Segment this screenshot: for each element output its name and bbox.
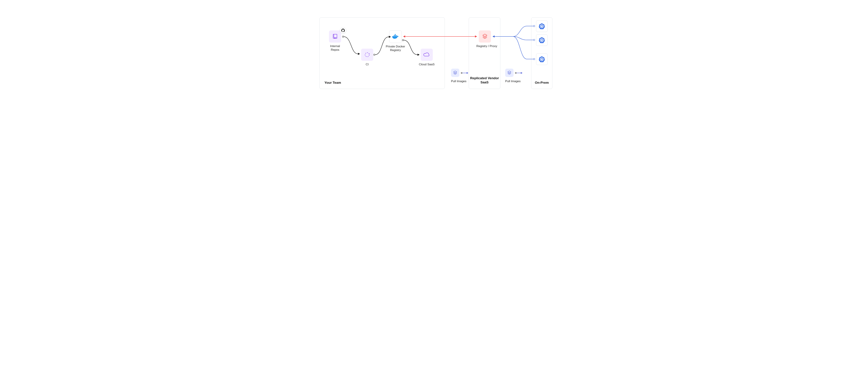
diagram-canvas: Your Team Replicated Vendor SaaS On-Prem…: [302, 0, 566, 108]
pull1-label: Pull Images: [451, 79, 470, 83]
k8s-cluster-1: [536, 21, 548, 32]
node-ci: CI: [359, 49, 375, 66]
github-badge: [340, 27, 346, 33]
svg-point-13: [515, 72, 516, 74]
svg-point-2: [365, 53, 369, 57]
pull2-tile: [505, 68, 514, 77]
pull1-tile: [451, 68, 459, 77]
legend-pull-images-2: Pull Images: [505, 68, 524, 83]
node-registry-proxy: Registry / Proxy: [476, 30, 501, 48]
docker-tile: [389, 30, 402, 43]
svg-rect-7: [394, 35, 395, 36]
pull2-label: Pull Images: [505, 79, 524, 83]
kubernetes-icon-2: [538, 37, 545, 43]
svg-rect-8: [395, 35, 396, 36]
github-icon: [341, 29, 345, 32]
ci-tile: [361, 49, 373, 61]
kubernetes-icon-1: [538, 23, 545, 30]
node-docker-registry: Private Docker Registry: [383, 30, 408, 52]
svg-rect-10: [395, 34, 396, 35]
svg-rect-1: [334, 34, 337, 38]
panel-title-on-prem: On-Prem: [530, 81, 554, 85]
repos-label: Internal Repos: [327, 44, 344, 52]
node-cloud-saas: Cloud SaaS: [416, 49, 437, 66]
node-internal-repos: Internal Repos: [327, 30, 344, 52]
pull2-arrow: [515, 72, 523, 74]
legend-pull-images-1: Pull Images: [451, 68, 470, 83]
proxy-label: Registry / Proxy: [473, 44, 501, 48]
saas-label: Cloud SaaS: [416, 62, 437, 66]
docker-label: Private Docker Registry: [383, 45, 408, 52]
layers-icon-blue-2: [507, 70, 512, 75]
k8s-cluster-2: [536, 34, 548, 46]
repos-tile: [329, 30, 341, 42]
ci-label: CI: [359, 62, 375, 66]
svg-rect-9: [396, 35, 397, 36]
proxy-tile: [479, 30, 491, 42]
layers-icon-red: [482, 33, 488, 39]
svg-point-11: [461, 72, 462, 74]
kubernetes-icon-3: [538, 56, 545, 63]
repos-icon: [332, 33, 338, 39]
pull1-arrow: [461, 72, 469, 74]
cloud-icon: [423, 52, 430, 57]
docker-icon: [392, 34, 399, 39]
saas-tile: [421, 49, 433, 61]
panel-vendor-saas: Replicated Vendor SaaS: [469, 18, 500, 89]
panel-title-vendor-saas: Replicated Vendor SaaS: [469, 76, 500, 85]
panel-title-your-team: Your Team: [324, 81, 341, 85]
layers-icon-blue-1: [453, 70, 458, 75]
k8s-cluster-3: [536, 54, 548, 65]
ci-icon: [364, 52, 370, 58]
